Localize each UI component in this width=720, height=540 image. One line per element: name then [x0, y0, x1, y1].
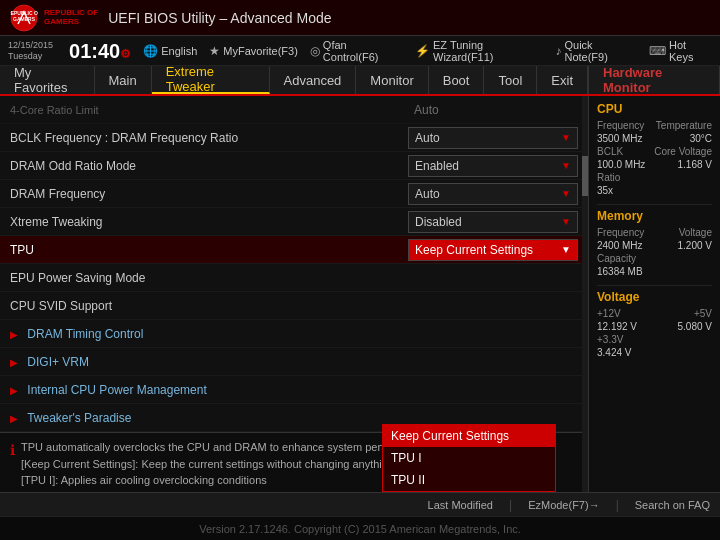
ez-mode-button[interactable]: EzMode(F7)→: [528, 499, 600, 511]
sidebar-divider-2: [597, 285, 712, 286]
nav-main[interactable]: Main: [95, 66, 152, 94]
setting-row-dram-timing[interactable]: ▶ DRAM Timing Control: [0, 320, 588, 348]
nav-extreme-tweaker[interactable]: Extreme Tweaker: [152, 66, 270, 94]
hotkey-icon: ⌨: [649, 44, 666, 58]
search-faq-button[interactable]: Search on FAQ: [635, 499, 710, 511]
dropdown-arrow: ▼: [561, 216, 571, 227]
cpu-section-title: CPU: [597, 102, 712, 116]
cpu-bclk-label: BCLK: [597, 146, 623, 157]
info-date: 12/15/2015: [8, 40, 53, 51]
volt-5v-label: +5V: [694, 308, 712, 319]
setting-label-dram-odd: DRAM Odd Ratio Mode: [10, 155, 408, 177]
setting-label-cpu-power: ▶ Internal CPU Power Management: [10, 379, 578, 401]
info-day: Tuesday: [8, 51, 42, 62]
setting-row-dram-odd: DRAM Odd Ratio Mode Enabled ▼: [0, 152, 588, 180]
cpu-frequency-values: 3500 MHz 30°C: [597, 133, 712, 144]
cpu-frequency-row: Frequency Temperature: [597, 120, 712, 131]
setting-value-dram-odd[interactable]: Enabled ▼: [408, 155, 578, 177]
setting-value-bclk[interactable]: Auto ▼: [408, 127, 578, 149]
version-text: Version 2.17.1246. Copyright (C) 2015 Am…: [199, 523, 521, 535]
tpu-dropdown-menu[interactable]: Keep Current Settings TPU I TPU II: [382, 424, 556, 492]
nav-exit[interactable]: Exit: [537, 66, 588, 94]
cpu-corevolt-value: 1.168 V: [678, 159, 712, 170]
expand-arrow-icon: ▶: [10, 329, 18, 340]
content-area: 4-Core Ratio Limit Auto BCLK Frequency :…: [0, 96, 588, 492]
gear-icon[interactable]: ⚙: [120, 47, 131, 61]
memory-section-title: Memory: [597, 209, 712, 223]
language-selector[interactable]: 🌐 English: [143, 44, 197, 58]
setting-value-xtreme[interactable]: Disabled ▼: [408, 211, 578, 233]
expand-arrow-icon: ▶: [10, 357, 18, 368]
mem-cap-label: Capacity: [597, 253, 636, 264]
cpu-ratio-row-label: Ratio: [597, 172, 712, 183]
footer-bar: Last Modified | EzMode(F7)→ | Search on …: [0, 492, 720, 516]
nav-my-favorites[interactable]: My Favorites: [0, 66, 95, 94]
mem-cap-row-value: 16384 MB: [597, 266, 712, 277]
dropdown-arrow: ▼: [561, 160, 571, 171]
memory-section: Memory Frequency Voltage 2400 MHz 1.200 …: [597, 209, 712, 277]
setting-row-cpu-power[interactable]: ▶ Internal CPU Power Management: [0, 376, 588, 404]
volt-12v-value: 12.192 V: [597, 321, 637, 332]
cpu-bclk-value: 100.0 MHz: [597, 159, 645, 170]
hot-keys-button[interactable]: ⌨ Hot Keys: [649, 39, 712, 63]
last-modified-button[interactable]: Last Modified: [428, 499, 493, 511]
dropdown-option-keep[interactable]: Keep Current Settings: [383, 425, 555, 447]
volt-33v-row-label: +3.3V: [597, 334, 712, 345]
footer-divider-2: |: [616, 498, 619, 512]
settings-list: 4-Core Ratio Limit Auto BCLK Frequency :…: [0, 96, 588, 432]
nav-boot[interactable]: Boot: [429, 66, 485, 94]
volt-33v-row-value: 3.424 V: [597, 347, 712, 358]
myfavorite-button[interactable]: ★ MyFavorite(F3): [209, 44, 298, 58]
setting-label-dram-timing: ▶ DRAM Timing Control: [10, 323, 578, 345]
sidebar-divider-1: [597, 204, 712, 205]
quick-note-button[interactable]: ♪ Quick Note(F9): [555, 39, 637, 63]
voltage-section-title: Voltage: [597, 290, 712, 304]
mem-freq-value: 2400 MHz: [597, 240, 643, 251]
logo: REPUBLIC OF GAMERS REPUBLIC OF GAMERS: [10, 4, 98, 32]
volt-33v-label: +3.3V: [597, 334, 623, 345]
volt-12v-row-label: +12V +5V: [597, 308, 712, 319]
logo-text: REPUBLIC OF GAMERS: [44, 9, 98, 27]
info-icon: ℹ: [10, 440, 15, 461]
dropdown-bclk[interactable]: Auto ▼: [408, 127, 578, 149]
dropdown-tpu[interactable]: Keep Current Settings ▼: [408, 239, 578, 261]
volt-12v-label: +12V: [597, 308, 621, 319]
setting-label-bclk: BCLK Frequency : DRAM Frequency Ratio: [10, 127, 408, 149]
setting-value-tpu[interactable]: Keep Current Settings ▼: [408, 239, 578, 261]
mem-freq-row-label: Frequency Voltage: [597, 227, 712, 238]
dropdown-dram-odd[interactable]: Enabled ▼: [408, 155, 578, 177]
fan-control-button[interactable]: ◎ Qfan Control(F6): [310, 39, 403, 63]
setting-row-digi-vrm[interactable]: ▶ DIGI+ VRM: [0, 348, 588, 376]
nav-advanced[interactable]: Advanced: [270, 66, 357, 94]
dropdown-dram-freq[interactable]: Auto ▼: [408, 183, 578, 205]
nav-tool[interactable]: Tool: [484, 66, 537, 94]
dropdown-option-tpu2[interactable]: TPU II: [383, 469, 555, 491]
mem-volt-value: 1.200 V: [678, 240, 712, 251]
scrollbar[interactable]: [582, 96, 588, 492]
nav-bar: My Favorites Main Extreme Tweaker Advanc…: [0, 66, 720, 96]
note-icon: ♪: [555, 44, 561, 58]
globe-icon: 🌐: [143, 44, 158, 58]
mem-volt-label: Voltage: [679, 227, 712, 238]
cpu-freq-label: Frequency: [597, 120, 644, 131]
cpu-bclk-row-value: 100.0 MHz 1.168 V: [597, 159, 712, 170]
dropdown-option-tpu1[interactable]: TPU I: [383, 447, 555, 469]
dropdown-arrow: ▼: [561, 244, 571, 255]
ez-tuning-button[interactable]: ⚡ EZ Tuning Wizard(F11): [415, 39, 543, 63]
dropdown-xtreme[interactable]: Disabled ▼: [408, 211, 578, 233]
fan-icon: ◎: [310, 44, 320, 58]
setting-label-epu: EPU Power Saving Mode: [10, 267, 408, 289]
mem-cap-row-label: Capacity: [597, 253, 712, 264]
setting-value-dram-freq[interactable]: Auto ▼: [408, 183, 578, 205]
nav-monitor[interactable]: Monitor: [356, 66, 428, 94]
mem-freq-label: Frequency: [597, 227, 644, 238]
volt-5v-value: 5.080 V: [678, 321, 712, 332]
setting-label-dram-freq: DRAM Frequency: [10, 183, 408, 205]
footer-divider: |: [509, 498, 512, 512]
setting-label-svid: CPU SVID Support: [10, 295, 408, 317]
cpu-corevolt-label: Core Voltage: [654, 146, 712, 157]
setting-row-4core: 4-Core Ratio Limit Auto: [0, 96, 588, 124]
scroll-thumb[interactable]: [582, 156, 588, 196]
desc-line-1: [Keep Current Settings]: Keep the curren…: [21, 456, 430, 473]
cpu-ratio-label: Ratio: [597, 172, 620, 183]
